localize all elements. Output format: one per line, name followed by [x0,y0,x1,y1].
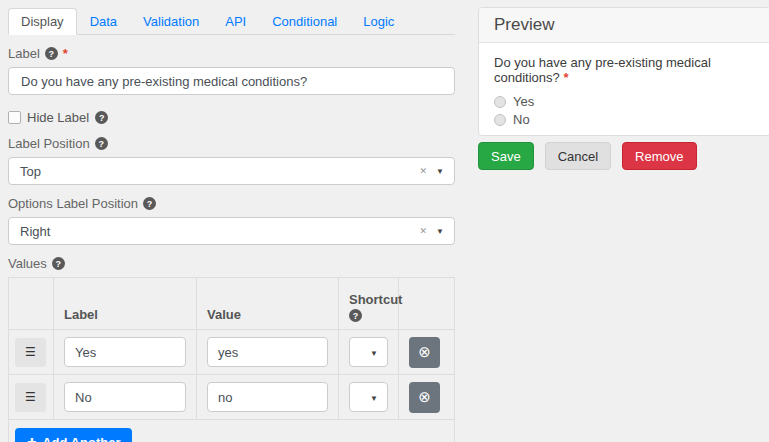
row-value-input[interactable] [207,337,328,367]
row-value-input[interactable] [207,382,328,412]
radio-button-icon[interactable] [494,114,506,126]
preview-radio-group: Yes No [494,94,755,127]
caret-down-icon[interactable]: ▼ [436,227,444,236]
radio-option-label: No [513,112,530,127]
drag-handle-icon[interactable]: ☰ [15,338,46,367]
drag-cell: ☰ [9,375,54,419]
preview-title: Preview [479,8,769,43]
options-label-position-value: Right [20,224,50,239]
remove-circle-icon: ⊗ [418,388,431,406]
drag-handle-icon[interactable]: ☰ [15,383,46,412]
add-another-label: Add Another [42,435,120,442]
label-cell [54,330,197,374]
tab-display[interactable]: Display [8,8,77,35]
radio-button-icon[interactable] [494,96,506,108]
required-asterisk: * [63,46,68,61]
label-column-header: Label [54,278,197,329]
tab-data[interactable]: Data [77,8,130,35]
options-label-position-label: Options Label Position ? [8,196,455,211]
help-icon[interactable]: ? [143,197,156,210]
shortcut-select[interactable]: ▼ [349,382,388,412]
values-table-header: Label Value Shortcut ? [9,278,454,330]
tab-validation[interactable]: Validation [130,8,212,35]
radio-option-label: Yes [513,94,534,109]
hide-label-text: Hide Label [27,110,89,125]
value-column-header: Value [197,278,339,329]
help-icon[interactable]: ? [52,257,65,270]
label-position-label-text: Label Position [8,136,90,151]
options-label-position-select[interactable]: Right ✕ ▼ [8,217,455,245]
remove-row-button[interactable]: ⊗ [409,337,440,368]
save-button[interactable]: Save [478,142,534,170]
table-row: ☰ ▼ ⊗ [9,375,454,420]
hide-label-row: Hide Label ? [8,110,455,125]
remove-row-button[interactable]: ⊗ [409,382,440,413]
help-icon[interactable]: ? [95,111,108,124]
settings-tab-bar: Display Data Validation API Conditional … [8,8,455,35]
label-position-value: Top [20,164,41,179]
required-asterisk: * [563,70,568,85]
label-position-select[interactable]: Top ✕ ▼ [8,157,455,185]
tab-conditional[interactable]: Conditional [259,8,350,35]
label-cell [54,375,197,419]
remove-circle-icon: ⊗ [418,343,431,361]
row-label-input[interactable] [64,337,186,367]
label-field-label: Label ? * [8,46,455,61]
caret-down-icon: ▼ [370,394,378,403]
value-cell [197,375,339,419]
row-actions-cell: ⊗ [399,375,454,419]
value-cell [197,330,339,374]
values-label: Values ? [8,256,455,271]
plus-icon: ✚ [27,436,36,442]
help-icon[interactable]: ? [349,309,362,322]
add-another-button[interactable]: ✚ Add Another [15,428,132,442]
caret-down-icon[interactable]: ▼ [436,167,444,176]
shortcut-select[interactable]: ▼ [349,337,388,367]
label-input[interactable] [8,67,455,95]
row-label-input[interactable] [64,382,186,412]
shortcut-cell: ▼ [339,375,399,419]
radio-option-no: No [494,112,755,127]
hide-label-checkbox[interactable] [8,111,21,124]
tab-api[interactable]: API [212,8,259,35]
values-label-text: Values [8,256,47,271]
preview-question-text: Do you have any pre-existing medical con… [494,55,711,85]
label-position-label: Label Position ? [8,136,455,151]
caret-down-icon: ▼ [370,349,378,358]
drag-cell: ☰ [9,330,54,374]
shortcut-column-header: Shortcut ? [339,278,399,329]
clear-selection-icon[interactable]: ✕ [419,226,427,236]
clear-selection-icon[interactable]: ✕ [419,166,427,176]
options-label-position-label-text: Options Label Position [8,196,138,211]
table-row: ☰ ▼ ⊗ [9,330,454,375]
drag-column-header [9,278,54,329]
shortcut-column-header-text: Shortcut [349,292,402,307]
cancel-button[interactable]: Cancel [545,142,611,170]
preview-question: Do you have any pre-existing medical con… [494,55,755,85]
help-icon[interactable]: ? [95,137,108,150]
remove-button[interactable]: Remove [622,142,696,170]
actions-column-header [399,278,454,329]
preview-body: Do you have any pre-existing medical con… [479,43,769,135]
values-table-footer: ✚ Add Another [9,420,454,442]
action-button-row: Save Cancel Remove [478,142,697,170]
shortcut-cell: ▼ [339,330,399,374]
label-field-label-text: Label [8,46,40,61]
radio-option-yes: Yes [494,94,755,109]
help-icon[interactable]: ? [45,47,58,60]
values-table: Label Value Shortcut ? ☰ ▼ [8,277,455,442]
component-settings-panel: Display Data Validation API Conditional … [8,8,455,442]
preview-panel: Preview Do you have any pre-existing med… [478,7,769,136]
tab-logic[interactable]: Logic [350,8,407,35]
row-actions-cell: ⊗ [399,330,454,374]
